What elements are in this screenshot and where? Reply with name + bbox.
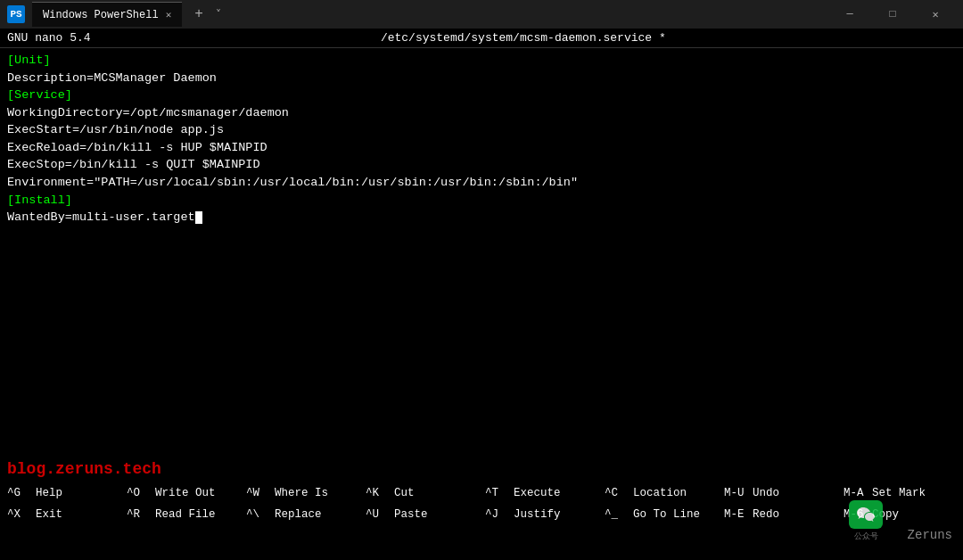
wechat-icon bbox=[849, 500, 883, 529]
shortcut-item[interactable]: ^TExecute bbox=[482, 485, 601, 501]
shortcut-desc: Help bbox=[36, 487, 62, 499]
shortcut-key: M-A bbox=[844, 487, 868, 499]
shortcut-key: ^T bbox=[485, 487, 510, 499]
shortcut-desc: Undo bbox=[753, 487, 779, 499]
shortcut-desc: Replace bbox=[275, 508, 322, 521]
shortcut-key: ^U bbox=[366, 508, 391, 521]
shortcut-key: ^O bbox=[127, 487, 152, 499]
editor-area[interactable]: [Unit]Description=MCSManager Daemon[Serv… bbox=[0, 48, 963, 476]
shortcut-item[interactable]: ^GHelp bbox=[4, 485, 123, 501]
shortcut-key: ^X bbox=[7, 508, 32, 521]
shortcut-desc: Execute bbox=[514, 487, 561, 499]
nano-filename: /etc/systemd/system/mcsm-daemon.service … bbox=[381, 31, 666, 45]
shortcut-item[interactable]: ^UPaste bbox=[362, 506, 482, 523]
shortcut-item[interactable]: ^CLocation bbox=[601, 485, 720, 501]
tab-label: Windows PowerShell bbox=[43, 9, 159, 21]
wechat-overlay: 公众号 bbox=[849, 500, 883, 542]
editor-line: [Install] bbox=[7, 192, 956, 210]
shortcut-item[interactable]: M-UUndo bbox=[720, 485, 840, 501]
shortcut-desc: Location bbox=[633, 487, 687, 499]
editor-line: Environment="PATH=/usr/local/sbin:/usr/l… bbox=[7, 174, 956, 192]
shortcut-item[interactable]: ^WWhere Is bbox=[243, 485, 362, 501]
shortcut-item[interactable]: ^_Go To Line bbox=[601, 506, 720, 523]
tab-dropdown-button[interactable]: ˅ bbox=[216, 8, 221, 21]
shortcut-desc: Justify bbox=[514, 508, 561, 521]
editor-line: WorkingDirectory=/opt/mcsmanager/daemon bbox=[7, 104, 956, 122]
shortcut-desc: Write Out bbox=[155, 487, 216, 499]
shortcut-key: ^K bbox=[366, 487, 391, 499]
shortcut-key: ^C bbox=[605, 487, 630, 499]
shortcut-desc: Redo bbox=[753, 508, 779, 521]
shortcut-key: ^W bbox=[246, 487, 271, 499]
shortcut-item[interactable]: M-ASet Mark bbox=[840, 485, 959, 501]
shortcut-item[interactable]: M-ERedo bbox=[720, 506, 840, 523]
shortcut-desc: Where Is bbox=[275, 487, 328, 499]
shortcut-key: M-E bbox=[724, 508, 749, 521]
shortcut-item[interactable]: ^XExit bbox=[4, 506, 123, 523]
shortcut-item[interactable]: ^OWrite Out bbox=[123, 485, 243, 501]
editor-line: ExecReload=/bin/kill -s HUP $MAINPID bbox=[7, 139, 956, 157]
shortcut-desc: Read File bbox=[155, 508, 216, 521]
titlebar: PS Windows PowerShell ✕ + ˅ ─ □ ✕ bbox=[0, 0, 963, 29]
editor-line: [Service] bbox=[7, 86, 956, 104]
shortcut-key: ^_ bbox=[605, 508, 630, 521]
editor-line: ExecStart=/usr/bin/node app.js bbox=[7, 121, 956, 139]
shortcut-item[interactable]: ^JJustify bbox=[482, 506, 601, 523]
close-button[interactable]: ✕ bbox=[915, 0, 956, 29]
shortcut-key: M-U bbox=[724, 487, 749, 499]
wechat-label: 公众号 bbox=[854, 531, 878, 542]
shortcut-key: ^R bbox=[127, 508, 152, 521]
editor-line: [Unit] bbox=[7, 52, 956, 70]
close-tab-icon[interactable]: ✕ bbox=[166, 9, 172, 21]
shortcut-key: ^J bbox=[485, 508, 510, 521]
nano-version: GNU nano 5.4 bbox=[7, 31, 91, 45]
editor-line: WantedBy=multi-user.target bbox=[7, 209, 956, 226]
shortcut-row-2: ^XExit^RRead File^\Replace^UPaste^JJusti… bbox=[0, 503, 963, 524]
shortcut-key: ^G bbox=[7, 487, 32, 499]
shortcut-desc: Exit bbox=[36, 508, 62, 521]
nano-header: GNU nano 5.4 /etc/systemd/system/mcsm-da… bbox=[0, 29, 963, 48]
shortcut-desc: Cut bbox=[394, 487, 415, 499]
terminal-tab[interactable]: Windows PowerShell ✕ bbox=[32, 2, 182, 27]
shortcut-desc: Go To Line bbox=[633, 508, 700, 521]
zeruns-label: Zeruns bbox=[908, 528, 952, 542]
new-tab-button[interactable]: + bbox=[189, 6, 209, 22]
maximize-button[interactable]: □ bbox=[872, 0, 913, 29]
editor-line: Description=MCSManager Daemon bbox=[7, 70, 956, 87]
shortcut-item[interactable]: ^\Replace bbox=[243, 506, 362, 523]
editor-line: ExecStop=/bin/kill -s QUIT $MAINPID bbox=[7, 156, 956, 174]
shortcut-row-1: ^GHelp^OWrite Out^WWhere Is^KCut^TExecut… bbox=[0, 482, 963, 503]
shortcut-desc: Paste bbox=[394, 508, 428, 521]
shortcut-key: ^\ bbox=[246, 508, 271, 521]
shortcut-item[interactable]: ^RRead File bbox=[123, 506, 243, 523]
shortcut-item[interactable]: ^KCut bbox=[362, 485, 482, 501]
powershell-icon: PS bbox=[7, 5, 25, 23]
blog-url: blog.zeruns.tech bbox=[7, 460, 161, 478]
window-controls: ─ □ ✕ bbox=[829, 0, 956, 29]
nano-footer: ^GHelp^OWrite Out^WWhere Is^KCut^TExecut… bbox=[0, 482, 963, 560]
minimize-button[interactable]: ─ bbox=[829, 0, 870, 29]
shortcut-desc: Set Mark bbox=[872, 487, 926, 499]
